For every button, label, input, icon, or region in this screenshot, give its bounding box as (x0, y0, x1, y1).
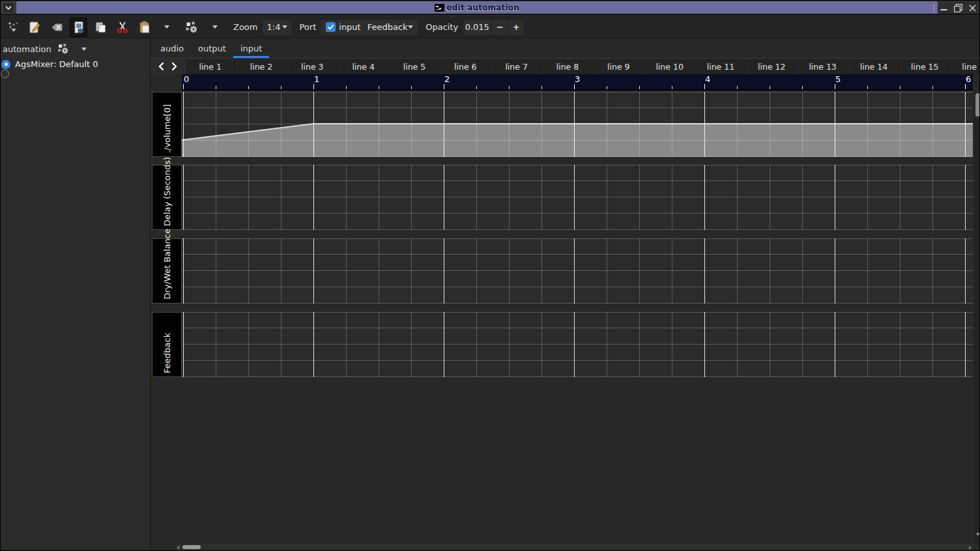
line-header-label: line 10 (656, 62, 683, 72)
line-header[interactable]: line 12 (747, 59, 798, 74)
line-header[interactable]: line 11 (695, 59, 746, 74)
select-tool-button[interactable] (70, 18, 87, 37)
maximize-button[interactable] (953, 3, 963, 13)
line-header-label: line 7 (505, 62, 528, 72)
line-header[interactable]: line 16 (951, 59, 980, 74)
zoom-select[interactable]: 1:4 (261, 19, 293, 36)
ruler-row: 0 1 2 3 4 5 6 (151, 74, 980, 91)
line-header-label: line 8 (556, 62, 579, 72)
tab-output[interactable]: output (191, 38, 233, 58)
paste-tool-button[interactable] (137, 18, 152, 36)
line-header[interactable]: line 15 (900, 59, 951, 74)
line-header[interactable]: line 7 (491, 59, 542, 74)
line-header-label: line 5 (403, 62, 426, 72)
row-label-text: Delay (Seconds) (162, 157, 172, 226)
chevron-down-icon (212, 25, 218, 29)
row-label-feedback: Feedback (152, 312, 182, 377)
automation-row: ./volume[0] (152, 92, 973, 157)
row-label-text: ./volume[0] (162, 104, 172, 153)
line-header-label: line 14 (860, 62, 887, 72)
cut-tool-button[interactable] (115, 18, 130, 36)
tab-label: output (198, 44, 226, 53)
position-tool-button[interactable] (6, 18, 22, 36)
app-icon (435, 4, 444, 12)
titlebar-strip[interactable]: edit automation (16, 1, 938, 14)
horizontal-scrollbar-thumb[interactable] (182, 545, 201, 549)
chevron-left-icon[interactable] (157, 62, 165, 71)
radio-unselected-icon[interactable] (1, 70, 9, 78)
copy-tool-button[interactable] (93, 18, 108, 36)
tab-label: audio (160, 44, 184, 53)
chevron-down-icon (282, 25, 287, 29)
radio-selected-icon[interactable] (1, 60, 10, 69)
scissors-icon (116, 21, 129, 34)
automation-row: Feedback (152, 312, 973, 377)
line-header[interactable]: line 13 (798, 59, 848, 74)
edit-tool-button[interactable] (27, 18, 42, 36)
line-header-strip: line 1 line 2 line 3 line 4 line 5 line … (151, 58, 980, 74)
time-ruler: 0 1 2 3 4 5 6 (182, 74, 973, 91)
ruler-mark: 4 (705, 74, 710, 84)
vertical-scrollbar-thumb[interactable] (975, 93, 980, 117)
line-nav (151, 59, 185, 74)
machine-radio-row[interactable] (1, 69, 150, 79)
zoom-value: 1:4 (267, 22, 280, 32)
scroll-left-arrow-icon[interactable] (177, 546, 179, 550)
automation-grid-delay[interactable] (182, 165, 973, 230)
pencil-edit-icon (28, 21, 41, 34)
eraser-icon (50, 21, 63, 34)
automation-grid-drywet[interactable] (182, 238, 973, 304)
chevron-right-icon[interactable] (171, 62, 179, 71)
automation-header: automation (1, 38, 150, 55)
clear-tool-button[interactable] (49, 18, 65, 36)
tab-audio[interactable]: audio (153, 38, 191, 58)
toolbar: Zoom 1:4 Port input Feedback Opacity 0.0… (1, 16, 980, 38)
port-select[interactable]: input Feedback (320, 19, 419, 36)
port-checkbox[interactable] (326, 22, 336, 32)
port-label: Port (299, 22, 316, 32)
automation-row: Dry/Wet Balance (152, 238, 973, 304)
machine-selector-icon[interactable] (57, 43, 69, 55)
machine-selector-dropdown[interactable] (81, 48, 87, 51)
line-header[interactable]: line 5 (389, 59, 440, 74)
line-header-label: line 2 (250, 62, 273, 72)
close-button[interactable] (968, 3, 977, 13)
vertical-scrollbar[interactable] (974, 91, 980, 544)
row-label-text: Feedback (162, 333, 172, 373)
opacity-increase-button[interactable]: + (508, 20, 524, 35)
gridlines (182, 92, 973, 157)
tool-popup-dropdown[interactable] (207, 18, 223, 36)
ruler-mark: 1 (314, 74, 319, 84)
scroll-down-arrow-icon[interactable] (975, 533, 980, 536)
position-cursor-icon (7, 21, 20, 34)
port-name: Feedback (368, 22, 408, 32)
tool-popup-button[interactable] (184, 18, 199, 36)
line-header[interactable]: line 6 (440, 59, 491, 74)
line-header[interactable]: line 1 (185, 59, 236, 74)
line-header[interactable]: line 4 (338, 59, 389, 74)
line-header[interactable]: line 14 (848, 59, 899, 74)
zoom-label: Zoom (233, 22, 257, 32)
machine-radio-row[interactable]: AgsMixer: Default 0 (1, 59, 150, 69)
close-icon (969, 5, 976, 12)
maximize-icon (954, 4, 962, 12)
automation-grid-feedback[interactable] (182, 312, 973, 377)
opacity-value[interactable]: 0.015 (463, 20, 491, 35)
minimize-button[interactable] (939, 3, 949, 13)
paste-options-dropdown[interactable] (159, 18, 175, 36)
line-header-label: line 11 (707, 62, 734, 72)
copy-icon (94, 21, 107, 34)
line-header[interactable]: line 2 (236, 59, 287, 74)
line-header[interactable]: line 10 (644, 59, 695, 74)
scope-tabbar: audio output input (151, 38, 269, 58)
scroll-right-arrow-icon[interactable] (969, 546, 972, 550)
line-header[interactable]: line 3 (287, 59, 338, 74)
horizontal-scrollbar[interactable] (175, 544, 973, 550)
line-header[interactable]: line 8 (542, 59, 593, 74)
line-header-label: line 9 (607, 62, 630, 72)
tab-input[interactable]: input (233, 38, 269, 58)
window-menu-button[interactable] (2, 2, 15, 14)
line-header[interactable]: line 9 (594, 59, 644, 74)
automation-grid-volume[interactable] (182, 92, 973, 157)
opacity-decrease-button[interactable]: − (491, 20, 508, 35)
